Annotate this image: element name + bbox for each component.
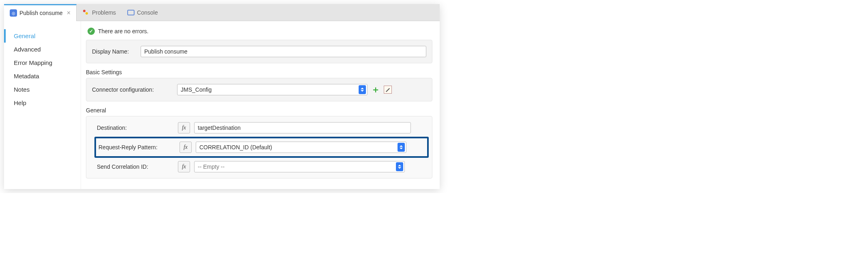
sidebar-item-advanced[interactable]: Advanced — [4, 43, 81, 56]
console-icon — [127, 10, 135, 15]
request-reply-highlight: Request-Reply Pattern: fx CORRELATION_ID… — [94, 137, 429, 158]
send-correlation-select[interactable]: -- Empty -- — [194, 161, 405, 172]
settings-sidebar: General Advanced Error Mapping Metadata … — [4, 21, 81, 189]
tab-label: Console — [137, 9, 158, 16]
send-correlation-row: Send Correlation ID: fx -- Empty -- — [97, 159, 426, 174]
status-message: There are no errors. — [98, 28, 149, 34]
sidebar-item-label: Advanced — [14, 46, 41, 53]
destination-input[interactable] — [194, 122, 411, 133]
chevron-updown-icon — [359, 85, 366, 94]
tab-label: Publish consume — [19, 10, 63, 16]
tab-console[interactable]: Console — [122, 4, 163, 21]
sidebar-item-label: General — [14, 32, 35, 39]
add-icon[interactable]: ＋ — [372, 86, 380, 94]
ok-icon: ✓ — [88, 28, 95, 35]
sidebar-item-label: Error Mapping — [14, 59, 52, 66]
send-correlation-value: -- Empty -- — [198, 163, 224, 170]
settings-content: ✓ There are no errors. Display Name: Bas… — [81, 21, 440, 189]
basic-settings-panel: Connector configuration: JMS_Config ＋ — [86, 78, 432, 101]
tab-label: Problems — [92, 9, 116, 16]
send-correlation-label: Send Correlation ID: — [97, 163, 174, 170]
basic-settings-title: Basic Settings — [86, 69, 432, 75]
tab-problems[interactable]: Problems — [77, 4, 122, 21]
tab-publish-consume[interactable]: ◎ Publish consume × — [4, 4, 77, 21]
connector-config-label: Connector configuration: — [92, 86, 173, 93]
destination-row: Destination: fx — [97, 120, 426, 135]
general-panel: Destination: fx Request-Reply Pattern: f… — [86, 116, 432, 178]
general-section-title: General — [86, 107, 432, 114]
request-reply-value: CORRELATION_ID (Default) — [199, 144, 272, 150]
sidebar-item-help[interactable]: Help — [4, 96, 81, 110]
status-row: ✓ There are no errors. — [86, 26, 432, 40]
request-reply-row: Request-Reply Pattern: fx CORRELATION_ID… — [98, 140, 425, 155]
editor-body: General Advanced Error Mapping Metadata … — [4, 21, 440, 189]
fx-button[interactable]: fx — [178, 161, 190, 172]
chevron-updown-icon — [396, 162, 403, 171]
connector-config-value: JMS_Config — [181, 86, 212, 93]
sidebar-item-label: Metadata — [14, 73, 39, 80]
edit-icon[interactable] — [384, 86, 392, 94]
sidebar-item-notes[interactable]: Notes — [4, 83, 81, 96]
component-icon: ◎ — [10, 9, 17, 17]
request-reply-label: Request-Reply Pattern: — [98, 144, 175, 150]
sidebar-item-general[interactable]: General — [4, 29, 81, 43]
sidebar-item-error-mapping[interactable]: Error Mapping — [4, 56, 81, 69]
sidebar-item-metadata[interactable]: Metadata — [4, 69, 81, 83]
fx-button[interactable]: fx — [178, 122, 190, 133]
display-name-input[interactable] — [141, 46, 426, 57]
connector-config-select[interactable]: JMS_Config — [177, 84, 368, 95]
tab-bar: ◎ Publish consume × Problems Console — [4, 4, 440, 21]
close-icon[interactable]: × — [67, 9, 71, 17]
fx-button[interactable]: fx — [180, 142, 192, 153]
sidebar-item-label: Help — [14, 99, 26, 106]
request-reply-select[interactable]: CORRELATION_ID (Default) — [196, 142, 406, 153]
editor-window: ◎ Publish consume × Problems Console Gen… — [4, 4, 440, 189]
sidebar-item-label: Notes — [14, 86, 30, 93]
chevron-updown-icon — [398, 143, 405, 152]
display-name-panel: Display Name: — [86, 40, 432, 63]
display-name-label: Display Name: — [92, 48, 137, 55]
destination-label: Destination: — [97, 125, 174, 131]
problems-icon — [82, 9, 90, 16]
